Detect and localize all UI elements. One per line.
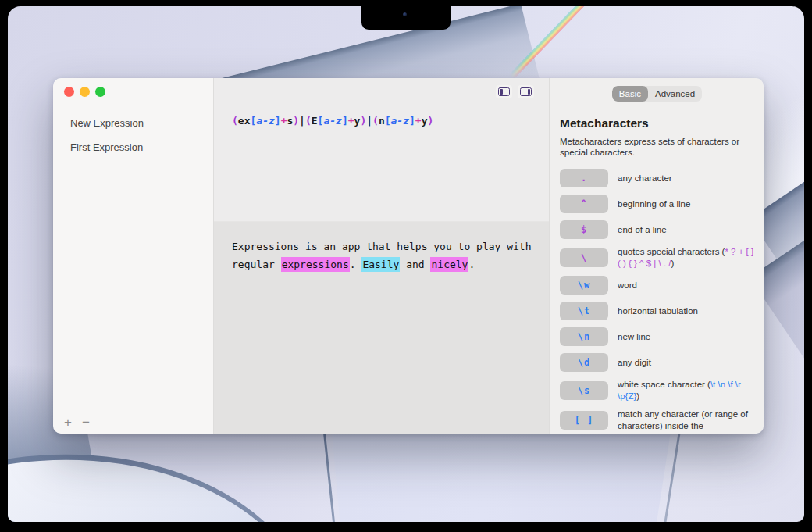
metacharacter-description: beginning of a line (618, 198, 690, 210)
metacharacter-row[interactable]: \dany digit (560, 353, 754, 372)
metacharacter-badge: [ ] (560, 411, 608, 430)
metacharacter-description: word (618, 280, 637, 291)
metacharacter-row[interactable]: \quotes special characters (* ? + [ ] ( … (560, 246, 754, 269)
metacharacter-badge: $ (560, 220, 608, 239)
match-highlight: Easily (361, 257, 400, 272)
sidebar-footer: + − (64, 416, 90, 429)
match-highlight: nicely (430, 257, 468, 272)
metacharacter-description: horizontal tabulation (618, 305, 698, 317)
close-button[interactable] (64, 87, 74, 97)
tab-advanced[interactable]: Advanced (648, 86, 702, 102)
toggle-left-panel-icon (498, 87, 510, 96)
metacharacter-description: any character (618, 173, 672, 184)
metacharacter-row[interactable]: \thorizontal tabulation (560, 302, 754, 320)
panel-toggles (496, 85, 534, 98)
metacharacter-description: quotes special characters (* ? + [ ] ( )… (618, 246, 754, 269)
metacharacter-description: white space character (\t \n \f \r \p{Z}… (618, 379, 754, 402)
metacharacter-badge: \ (560, 248, 608, 267)
sidebar-item[interactable]: New Expression (53, 111, 213, 135)
tab-basic[interactable]: Basic (612, 86, 648, 102)
metacharacter-row[interactable]: [ ]match any character (or range of char… (560, 409, 754, 431)
metacharacter-row[interactable]: .any character (560, 169, 754, 187)
sidebar-item[interactable]: First Expression (53, 135, 213, 159)
inspector-description: Metacharacters express sets of character… (560, 136, 757, 158)
remove-expression-button[interactable]: − (82, 416, 90, 429)
expression-list: New ExpressionFirst Expression (53, 111, 213, 159)
editor-area: (ex[a-z]+s)|(E[a-z]+y)|(n[a-z]+y) Expres… (214, 78, 549, 434)
display-notch (361, 6, 451, 30)
metacharacter-description: match any character (or range of charact… (618, 409, 754, 431)
minimize-button[interactable] (80, 87, 90, 97)
add-expression-button[interactable]: + (64, 416, 72, 429)
regex-pattern[interactable]: (ex[a-z]+s)|(E[a-z]+y)|(n[a-z]+y) (232, 115, 433, 127)
traffic-lights (64, 87, 105, 97)
metacharacter-row[interactable]: ^beginning of a line (560, 195, 754, 213)
metacharacter-badge: . (560, 169, 608, 187)
regex-input-pane[interactable]: (ex[a-z]+s)|(E[a-z]+y)|(n[a-z]+y) (214, 78, 549, 222)
expressions-app-window: New ExpressionFirst Expression + − (ex[a… (53, 78, 764, 434)
metacharacter-row[interactable]: \wword (560, 276, 754, 295)
metacharacter-badge: \s (560, 381, 608, 400)
toggle-left-panel-button[interactable] (496, 85, 512, 98)
metacharacter-badge: \d (560, 353, 608, 372)
toggle-right-panel-icon (520, 87, 532, 96)
metacharacter-badge: ^ (560, 195, 608, 213)
sample-text[interactable]: Expressions is an app that helps you to … (214, 222, 549, 434)
metacharacter-description: end of a line (618, 224, 667, 236)
inspector-panel: BasicAdvanced Metacharacters Metacharact… (549, 78, 764, 434)
inspector-title: Metacharacters (560, 116, 754, 130)
metacharacter-badge: \w (560, 276, 608, 295)
toggle-right-panel-button[interactable] (518, 85, 534, 98)
match-highlight: expressions (281, 257, 350, 272)
metacharacter-badge: \t (560, 302, 608, 320)
metacharacter-description: any digit (618, 357, 651, 369)
segmented-control: BasicAdvanced (612, 86, 702, 102)
sidebar: New ExpressionFirst Expression + − (53, 78, 214, 434)
display-screen: New ExpressionFirst Expression + − (ex[a… (8, 6, 804, 522)
metacharacter-description: new line (618, 331, 650, 343)
metacharacter-row[interactable]: $end of a line (560, 220, 754, 239)
metacharacter-row[interactable]: \swhite space character (\t \n \f \r \p{… (560, 379, 754, 402)
metacharacter-list: .any character^beginning of a line$end o… (560, 169, 754, 431)
metacharacter-row[interactable]: \nnew line (560, 327, 754, 346)
metacharacter-badge: \n (560, 327, 608, 346)
camera-icon (403, 12, 407, 16)
zoom-button[interactable] (95, 87, 105, 97)
